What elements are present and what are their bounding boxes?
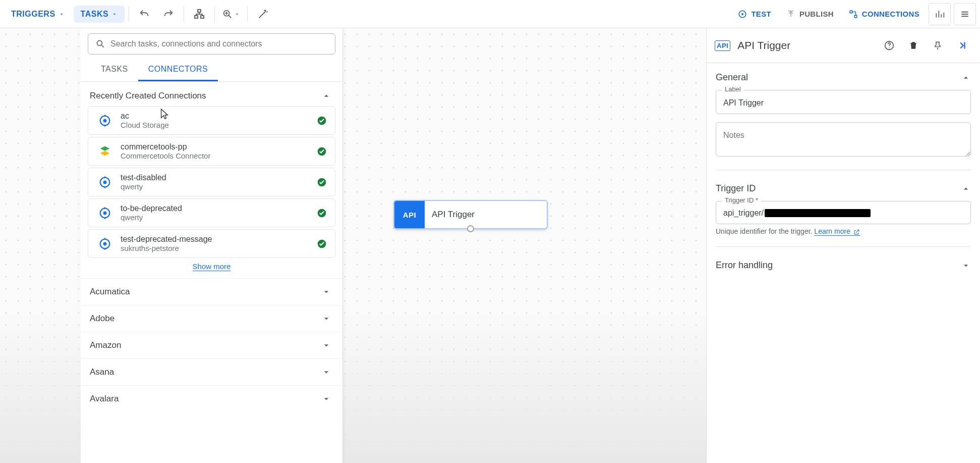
triggers-dropdown[interactable]: TRIGGERS [4, 6, 72, 23]
connection-status-icon [317, 177, 327, 187]
connection-type-icon [96, 143, 113, 160]
triggers-label: TRIGGERS [11, 10, 55, 19]
connection-type-icon [96, 235, 113, 252]
category-label: Avalara [90, 394, 119, 404]
section-general-label: General [716, 72, 748, 83]
connection-item[interactable]: test-deprecated-messagesukruths-petstore [88, 229, 335, 258]
section-error-header[interactable]: Error handling [716, 258, 971, 274]
connections-label: CONNECTIONS [862, 10, 919, 18]
collapse-icon [956, 40, 967, 51]
zoom-button[interactable] [219, 3, 243, 25]
tab-connectors[interactable]: CONNECTORS [138, 58, 218, 81]
recent-connections-header[interactable]: Recently Created Connections [81, 82, 342, 106]
section-general-header[interactable]: General [716, 70, 971, 86]
help-button[interactable] [879, 35, 899, 56]
connections-icon [849, 10, 858, 19]
redo-button[interactable] [157, 3, 180, 25]
recent-connections-label: Recently Created Connections [90, 91, 206, 101]
connection-name: commercetools-pp [121, 142, 310, 151]
svg-point-19 [103, 242, 107, 245]
canvas-node-api-trigger[interactable]: API API Trigger [393, 200, 548, 229]
panel-scroll[interactable]: Recently Created Connections acCloud Sto… [81, 82, 342, 463]
tasks-panel: TASKS CONNECTORS Recently Created Connec… [81, 28, 343, 463]
label-input[interactable] [716, 90, 971, 114]
chevron-down-icon [321, 314, 331, 324]
chevron-down-icon [321, 287, 331, 297]
external-link-icon [853, 229, 860, 235]
connection-subtitle: qwerty [121, 182, 310, 191]
show-more-link[interactable]: Show more [193, 262, 231, 271]
connection-type-icon [96, 174, 113, 191]
triggerid-prefix: api_trigger/ [723, 209, 764, 218]
layout-button[interactable] [188, 3, 210, 25]
menu-icon [960, 9, 970, 19]
menu-button[interactable] [954, 3, 976, 25]
category-row[interactable]: Asana [81, 358, 342, 385]
category-label: Adobe [90, 314, 114, 324]
section-triggerid-header[interactable]: Trigger ID [716, 181, 971, 197]
triggerid-helper-text: Unique identifier for the trigger. [716, 227, 812, 235]
svg-point-13 [103, 180, 107, 184]
connection-item[interactable]: commercetools-ppCommercetools Connector [88, 137, 335, 166]
section-error-label: Error handling [716, 260, 773, 271]
category-row[interactable]: Amazon [81, 332, 342, 358]
chevron-up-icon [321, 91, 331, 101]
notes-textarea[interactable] [716, 122, 971, 157]
triggerid-field-label: Trigger ID * [722, 196, 761, 204]
separator [129, 7, 129, 22]
separator [184, 7, 184, 22]
separator [247, 7, 248, 22]
node-output-port[interactable] [467, 225, 474, 232]
svg-rect-5 [850, 11, 852, 13]
trash-icon [908, 40, 918, 50]
layout-icon [193, 8, 205, 20]
connection-status-icon [317, 208, 327, 218]
analytics-button[interactable] [929, 3, 951, 25]
connection-type-icon [96, 204, 113, 222]
connection-subtitle: Commercetools Connector [121, 151, 310, 160]
connection-name: test-deprecated-message [121, 235, 310, 244]
delete-button[interactable] [903, 35, 924, 56]
undo-button[interactable] [133, 3, 155, 25]
connection-item[interactable]: test-disabledqwerty [88, 168, 335, 196]
svg-point-7 [97, 40, 102, 45]
show-more-row: Show more [81, 258, 342, 278]
label-field-label: Label [722, 85, 744, 93]
node-badge: API [394, 201, 425, 228]
main-area: API API Trigger TASKS CONNECTORS Recentl… [0, 28, 980, 463]
tab-tasks[interactable]: TASKS [91, 58, 138, 81]
node-label: API Trigger [425, 201, 547, 228]
magic-button[interactable] [252, 3, 274, 25]
search-input[interactable] [110, 39, 328, 48]
panel-tabs: TASKS CONNECTORS [81, 58, 342, 82]
connections-list: acCloud Storagecommercetools-ppCommercet… [81, 106, 342, 258]
category-label: Asana [90, 367, 114, 377]
connection-subtitle: sukruths-petstore [121, 244, 310, 252]
category-row[interactable]: Acumatica [81, 278, 342, 305]
pin-button[interactable] [928, 35, 948, 56]
connection-item[interactable]: to-be-deprecatedqwerty [88, 198, 335, 227]
category-row[interactable]: Adobe [81, 305, 342, 332]
connection-status-icon [317, 239, 327, 249]
connection-name: to-be-deprecated [121, 204, 310, 213]
category-label: Acumatica [90, 287, 130, 297]
publish-button[interactable]: PUBLISH [780, 6, 840, 23]
connection-item[interactable]: acCloud Storage [88, 106, 335, 135]
test-button[interactable]: TEST [732, 6, 777, 23]
zoom-in-icon [222, 9, 233, 20]
connections-button[interactable]: CONNECTIONS [843, 6, 926, 23]
collapse-panel-button[interactable] [952, 35, 972, 56]
undo-icon [139, 9, 150, 20]
tasks-dropdown[interactable]: TASKS [74, 6, 125, 23]
search-input-wrap[interactable] [88, 33, 335, 55]
svg-rect-0 [198, 10, 201, 12]
svg-point-16 [103, 211, 107, 215]
triggerid-helper: Unique identifier for the trigger. Learn… [716, 227, 971, 235]
chevron-down-icon [321, 340, 331, 350]
chevron-down-icon [59, 11, 65, 17]
learn-more-link[interactable]: Learn more [814, 227, 859, 236]
category-row[interactable]: Avalara [81, 385, 342, 412]
wand-icon [257, 9, 268, 20]
triggerid-input[interactable]: api_trigger/ [716, 201, 971, 224]
category-label: Amazon [90, 340, 121, 350]
